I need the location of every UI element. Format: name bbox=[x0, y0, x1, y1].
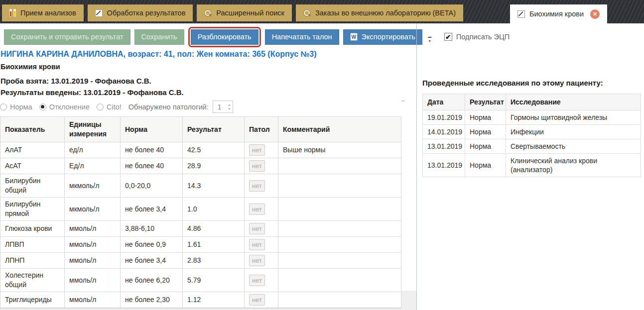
export-button[interactable]: W Экспортировать bbox=[343, 29, 422, 45]
col-comment: Комментарий bbox=[278, 117, 401, 142]
result-cell: 1.61 bbox=[183, 237, 245, 253]
history-header-row: Дата Результат Исследование bbox=[423, 94, 641, 110]
radio-circle-icon bbox=[39, 103, 46, 110]
radio-cito[interactable]: Cito! bbox=[97, 103, 122, 111]
scroll-up-chevron-icon[interactable]: ⌃ bbox=[400, 99, 406, 107]
save-button[interactable]: Сохранить bbox=[134, 29, 184, 45]
tab-biokhimiya-krovi[interactable]: Биохимия крови ✕ bbox=[510, 4, 607, 23]
tab-label: Прием анализов bbox=[20, 9, 76, 17]
norm-cell: не более 40 bbox=[121, 142, 183, 158]
history-row[interactable]: 13.01.2019 Норма Клинический анализ кров… bbox=[423, 154, 641, 177]
table-row: ЛПВП ммоль/л не более 0,9 1.61 нет bbox=[0, 237, 401, 253]
radio-label: Норма bbox=[10, 103, 32, 111]
save-and-send-button[interactable]: Сохранить и отправить результат bbox=[4, 29, 130, 45]
patol-cell: нет bbox=[245, 269, 278, 292]
unit-cell: мкмоль/л bbox=[65, 174, 121, 198]
panel-gutter bbox=[401, 291, 416, 310]
print-ticket-button[interactable]: Напечатать талон bbox=[265, 29, 339, 45]
norm-cell: не более 3,4 bbox=[121, 253, 183, 269]
unit-cell: ммоль/л bbox=[65, 221, 121, 237]
indicator-cell: Триглицериды bbox=[0, 292, 65, 308]
col-result: Результат bbox=[183, 117, 245, 142]
history-row[interactable]: 19.01.2019 Норма Гормоны щитовидной желе… bbox=[423, 110, 641, 125]
results-entered-line: Результаты введены: 13.01.2019 - Фофанов… bbox=[0, 88, 401, 97]
patol-toggle-button[interactable]: нет bbox=[249, 223, 265, 234]
tab-priem-analizov[interactable]: Прием анализов bbox=[2, 4, 84, 21]
radio-label: Cito! bbox=[107, 103, 122, 111]
sign-ecp-checkbox[interactable]: ✔ bbox=[444, 33, 452, 41]
history-row[interactable]: 14.01.2019 Норма Инфекции bbox=[423, 125, 641, 139]
sample-taken-line: Проба взята: 13.01.2019 - Фофанова С.В. bbox=[0, 77, 401, 85]
lis-app-window: Прием анализов Обработка результатов Рас… bbox=[0, 0, 644, 310]
table-row: Билирубин общий мкмоль/л 0,0-20,0 14.3 н… bbox=[0, 174, 401, 198]
export-options-toggle[interactable]: ▬▼ bbox=[426, 29, 433, 44]
norm-cell: 3,88-6,10 bbox=[121, 221, 183, 237]
results-table: Показатель Единицы измерения Норма Резул… bbox=[0, 116, 401, 308]
table-row: Триглицериды ммоль/л не более 2,30 1.12 … bbox=[0, 292, 401, 308]
patol-toggle-button[interactable]: нет bbox=[249, 160, 265, 172]
comment-cell bbox=[278, 253, 401, 269]
export-button-label: Экспортировать bbox=[362, 33, 415, 41]
result-cell: 28.9 bbox=[183, 158, 245, 174]
result-cell: Норма bbox=[465, 154, 506, 177]
patol-cell: нет bbox=[245, 253, 278, 269]
date-cell: 13.01.2019 bbox=[423, 154, 465, 177]
tab-zakazy-vneshnyaya-laboratoriya[interactable]: Заказы во внешнюю лабораторию (BETA) bbox=[296, 4, 463, 21]
tab-rasshirennyj-poisk[interactable]: Расширенный поиск bbox=[197, 4, 292, 21]
sign-ecp-control: ✔ Подписать ЭЦП bbox=[444, 33, 510, 41]
pathology-count-input[interactable] bbox=[213, 101, 226, 112]
col-study: Исследование bbox=[506, 94, 641, 110]
history-panel-title: Проведенные исследования по этому пациен… bbox=[422, 79, 642, 87]
study-name: Биохимия крови bbox=[0, 63, 401, 71]
comment-cell: Выше нормы bbox=[278, 142, 401, 158]
patol-toggle-button[interactable]: нет bbox=[249, 180, 265, 192]
patol-cell: нет bbox=[245, 142, 278, 158]
word-document-icon: W bbox=[350, 33, 358, 41]
patol-toggle-button[interactable]: нет bbox=[249, 275, 265, 286]
comment-cell bbox=[278, 158, 401, 174]
unit-cell: ммоль/л bbox=[65, 292, 121, 308]
indicator-cell: Глюкоза крови bbox=[0, 221, 65, 237]
patol-toggle-button[interactable]: нет bbox=[249, 294, 265, 306]
patol-toggle-button[interactable]: нет bbox=[249, 204, 265, 215]
toolbar: Сохранить и отправить результат Сохранит… bbox=[0, 26, 528, 48]
result-cell: Норма bbox=[465, 125, 506, 139]
sign-ecp-label: Подписать ЭЦП bbox=[456, 33, 510, 41]
table-row: АлАТ ед/л не более 40 42.5 нет Выше норм… bbox=[0, 142, 401, 158]
test-tubes-icon bbox=[9, 9, 16, 17]
close-tab-icon[interactable]: ✕ bbox=[590, 9, 600, 19]
check-mark-icon: ✔ bbox=[445, 34, 451, 40]
indicator-cell: Билирубин прямой bbox=[0, 198, 65, 221]
patol-toggle-button[interactable]: нет bbox=[249, 255, 265, 266]
radio-otklonenie[interactable]: Отклонение bbox=[39, 103, 90, 111]
result-cell: 1.0 bbox=[183, 198, 245, 221]
comment-cell bbox=[278, 174, 401, 198]
indicator-cell: ЛПНП bbox=[0, 253, 65, 269]
radio-norma[interactable]: Норма bbox=[0, 103, 32, 111]
tab-label: Заказы во внешнюю лабораторию (BETA) bbox=[315, 9, 456, 17]
tab-obrabotka-rezultatov[interactable]: Обработка результатов bbox=[88, 4, 193, 21]
search-icon bbox=[303, 9, 311, 17]
patol-cell: нет bbox=[245, 158, 278, 174]
norm-cell: не более 6,20 bbox=[121, 269, 183, 292]
norm-cell: не более 40 bbox=[121, 158, 183, 174]
study-cell: Гормоны щитовидной железы bbox=[506, 110, 641, 125]
indicator-cell: ЛПВП bbox=[0, 237, 65, 253]
table-row: Холестерин общий ммоль/л не более 6,20 5… bbox=[0, 269, 401, 292]
patol-toggle-button[interactable]: нет bbox=[249, 144, 265, 156]
radio-circle-icon bbox=[0, 103, 7, 110]
history-row[interactable]: 13.01.2019 Норма Свертываемость bbox=[423, 139, 641, 154]
unlock-button[interactable]: Разблокировать bbox=[191, 29, 258, 45]
norm-cell: не более 3,4 bbox=[121, 198, 183, 221]
result-editor-panel: НИГИНА КАРИНА ДАНИЛОВНА, возраст: 41, по… bbox=[0, 49, 401, 310]
tab-label: Обработка результатов bbox=[107, 9, 186, 17]
spinner-arrows-icon[interactable]: ▲▼ bbox=[226, 101, 233, 112]
indicator-cell: Холестерин общий bbox=[0, 269, 65, 292]
patol-toggle-button[interactable]: нет bbox=[249, 239, 265, 250]
comment-cell bbox=[278, 237, 401, 253]
col-patol: Патол bbox=[245, 117, 278, 142]
table-row: Билирубин прямой мкмоль/л не более 3,4 1… bbox=[0, 198, 401, 221]
results-table-header-row: Показатель Единицы измерения Норма Резул… bbox=[0, 117, 401, 142]
patol-cell: нет bbox=[245, 237, 278, 253]
study-cell: Инфекции bbox=[506, 125, 641, 139]
